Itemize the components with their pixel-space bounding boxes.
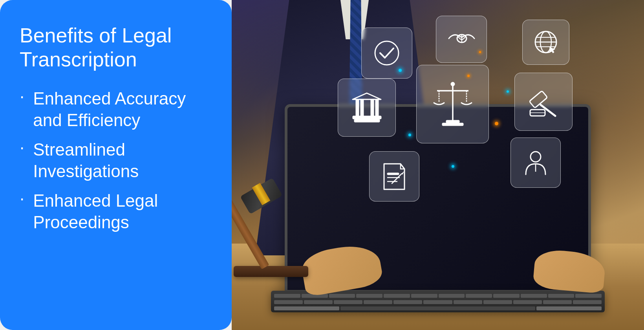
svg-rect-14	[353, 116, 381, 119]
left-panel: Benefits of Legal Transcription · Enhanc…	[0, 0, 232, 330]
panel-title: Benefits of Legal Transcription	[20, 24, 212, 88]
gavel-sound-block	[234, 266, 308, 277]
svg-rect-10	[356, 99, 359, 116]
bullet-3: ·	[20, 188, 24, 209]
scales-of-justice-icon	[431, 81, 474, 127]
bullet-2: ·	[20, 137, 24, 158]
law-document-icon	[380, 162, 408, 191]
person-silhouette-icon	[522, 149, 549, 176]
judge-gavel-icon-card	[514, 73, 573, 131]
svg-line-24	[541, 105, 555, 116]
benefit-item-2: · Streamlined Investigations	[20, 139, 212, 182]
globe-icon-card	[522, 20, 569, 65]
svg-rect-27	[387, 173, 399, 175]
checkmark-icon-card	[361, 28, 412, 79]
svg-rect-12	[371, 99, 374, 116]
benefit-text-1: Enhanced Accuracy and Efficiency	[33, 88, 186, 131]
judge-gavel-icon	[527, 85, 560, 119]
floating-icons-container	[330, 12, 636, 248]
svg-marker-31	[402, 172, 404, 174]
title-line1: Benefits of Legal	[20, 24, 172, 47]
glow-dot-6	[479, 51, 481, 53]
svg-marker-9	[353, 93, 381, 99]
benefit-text-2: Streamlined Investigations	[33, 139, 139, 182]
glow-dot-5	[507, 90, 509, 93]
svg-rect-23	[529, 91, 547, 108]
benefit-text-3: Enhanced Legal Proceedings	[33, 190, 158, 233]
glow-dot-7	[452, 165, 454, 168]
courthouse-icon-card	[338, 79, 396, 137]
handshake-icon	[447, 29, 476, 50]
svg-rect-22	[442, 123, 463, 126]
svg-point-17	[451, 82, 455, 86]
person-icon-card	[510, 138, 561, 188]
benefit-item-1: · Enhanced Accuracy and Efficiency	[20, 88, 212, 131]
glow-dot-3	[408, 134, 411, 136]
svg-rect-11	[360, 99, 364, 116]
glow-dot-4	[495, 122, 498, 125]
benefits-list: · Enhanced Accuracy and Efficiency · Str…	[20, 88, 212, 241]
handshake-icon-card	[436, 16, 487, 63]
bullet-1: ·	[20, 86, 24, 107]
courthouse-icon	[350, 92, 384, 124]
svg-rect-21	[446, 120, 459, 123]
svg-point-32	[531, 152, 541, 162]
right-panel	[232, 0, 644, 330]
svg-point-0	[375, 41, 399, 65]
svg-rect-15	[354, 119, 380, 122]
law-document-icon-card	[369, 151, 419, 202]
glow-dot-1	[399, 69, 402, 72]
svg-rect-13	[375, 99, 379, 116]
checkmark-icon	[373, 39, 401, 67]
benefit-item-3: · Enhanced Legal Proceedings	[20, 190, 212, 233]
title-line2: Transcription	[20, 48, 137, 71]
globe-icon	[533, 29, 559, 55]
glow-dot-2	[467, 75, 470, 77]
scales-icon-card	[416, 65, 489, 143]
